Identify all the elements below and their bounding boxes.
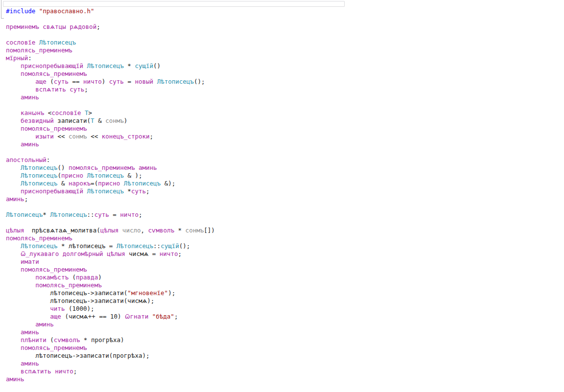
code-token (153, 78, 157, 85)
code-line: лѣтописецъ->записати(прогрѣха); (6, 352, 564, 360)
code-token (6, 164, 21, 171)
code-token: присно (98, 180, 120, 187)
code-line: канѡнъ <сословїе T> (6, 109, 564, 117)
code-token: Лѣтописецъ (87, 187, 124, 195)
code-line: помолясь_преминемъ (6, 70, 564, 78)
code-token (6, 368, 21, 375)
code-token: суть (109, 78, 124, 85)
code-token: помолясь_преминемъ (69, 164, 135, 171)
code-token: Лѣтописецъ (21, 164, 57, 171)
code-token: чисмѧ = (125, 250, 160, 257)
code-token: помолясь_преминемъ (21, 70, 87, 77)
code-token: * (124, 62, 135, 69)
code-token: ; (150, 133, 154, 140)
code-token: "православно.h" (39, 7, 94, 15)
code-line (6, 203, 564, 211)
code-token: & ); (124, 172, 142, 179)
pane-corner-border (1, 18, 4, 19)
code-token: цѣлыя (100, 227, 119, 234)
code-token: вспѧтить (21, 368, 51, 375)
code-token: прѣсвѧтаѧ_молитва( (24, 227, 100, 234)
code-token (6, 109, 21, 116)
code-token: ничто (55, 368, 73, 375)
code-token (81, 109, 85, 116)
code-line: ѿ_лукаваго долгомѣрный цѣлыя чисмѧ = нич… (6, 250, 564, 258)
code-token (6, 305, 50, 312)
code-token: имати (21, 258, 39, 265)
code-token: аминь (21, 93, 39, 101)
code-token: * лѣтописецъ = (57, 242, 116, 250)
code-editor[interactable]: #include "православно.h" преминемъ свѧтц… (6, 7, 564, 383)
code-token: (); (194, 78, 205, 85)
code-line: апостольный: (6, 156, 564, 164)
code-token: * прогрѣха) (80, 336, 124, 344)
code-token: сонмъ (69, 133, 87, 140)
code-token: приснопребывающїй (21, 187, 83, 195)
code-token: * (174, 227, 186, 234)
code-token: ; (73, 368, 77, 375)
code-token (6, 352, 35, 359)
code-token: сонмъ (105, 117, 124, 124)
code-token (135, 164, 139, 171)
code-token: цѣлыя (107, 250, 125, 257)
code-token: Лѣтописецъ (50, 211, 87, 218)
code-line: Лѣтописецъ(присно Лѣтописецъ & ); (6, 172, 564, 180)
code-token: ѿ_лукаваго (21, 250, 59, 257)
code-token: Лѣтописецъ (87, 172, 124, 179)
code-token (6, 242, 21, 250)
code-token: []) (204, 227, 215, 234)
code-token: () (153, 62, 161, 69)
code-token (83, 172, 87, 179)
code-token: Лѣтописецъ (117, 242, 153, 250)
code-token: помолясь_преминемъ (21, 344, 87, 351)
code-line: преминемъ свѧтцы рѧдовой; (6, 23, 564, 31)
code-line: Лѣтописецъ * лѣтописецъ = Лѣтописецъ::су… (6, 242, 564, 250)
code-token: аминь (21, 140, 39, 148)
code-token: ; (139, 211, 142, 218)
code-token: изыти (35, 133, 54, 140)
code-token: (чисмѧ++ == 10) (61, 313, 125, 320)
code-line: аще (чисмѧ++ == 10) ѿгнати "бѣда"; (6, 313, 564, 321)
code-token: ( (57, 172, 61, 179)
code-token: == (69, 78, 83, 85)
code-token (6, 328, 21, 336)
code-token: #include (6, 7, 35, 15)
code-line: приснопребывающїй Лѣтописецъ *суть; (6, 187, 564, 195)
code-token: < (44, 109, 51, 116)
code-token: долгомѣрный (63, 250, 103, 257)
code-token: Лѣтописецъ (124, 180, 161, 187)
code-token: правда (76, 274, 98, 281)
code-token: ; (178, 250, 182, 257)
code-token: , (141, 227, 148, 234)
code-token: * (43, 211, 50, 218)
code-token: аминь (35, 321, 54, 328)
horizontal-scrollbar[interactable] (3, 1, 345, 7)
code-line: аще (суть == ничто) суть = новый Лѣтопис… (6, 78, 564, 86)
code-token: аминь (6, 375, 24, 383)
code-line: Лѣтописецъ* Лѣтописецъ::суть = ничто; (6, 211, 564, 219)
code-line: плѣнити (сѵмволъ * прогрѣха) (6, 336, 564, 344)
code-token: присно (61, 172, 83, 179)
code-token: Лѣтописецъ (87, 62, 124, 69)
code-token: аминь (6, 195, 24, 203)
code-token: T (91, 117, 94, 124)
code-token (6, 297, 50, 304)
code-line: лѣтописецъ->записати("мгновенїе"); (6, 289, 564, 297)
code-token: новый (135, 78, 153, 85)
code-token: & (94, 117, 106, 124)
code-token: :: (153, 242, 161, 250)
code-token: : (47, 156, 50, 163)
code-token: конецъ_строки (102, 133, 150, 140)
code-token (6, 93, 21, 101)
code-line: приснопребывающїй Лѣтописецъ * сущїй() (6, 62, 564, 70)
code-token (6, 360, 21, 367)
code-line: аминь; (6, 195, 564, 203)
code-line (6, 219, 564, 227)
code-line (6, 31, 564, 39)
code-token: ; (24, 195, 28, 203)
code-token (6, 187, 21, 195)
code-token (59, 250, 63, 257)
code-token: "бѣда" (152, 313, 174, 320)
code-line: аминь (6, 375, 564, 383)
code-token: Лѣтописецъ (21, 180, 57, 187)
